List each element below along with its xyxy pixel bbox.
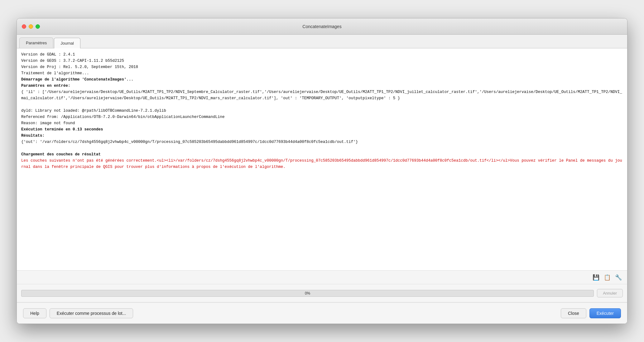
log-line: { 'il' : ['/Users/aureliejervaise/Deskto… xyxy=(21,89,623,101)
bottom-bar-right: Close Exécuter xyxy=(561,308,621,318)
tab-parametres[interactable]: Paramètres xyxy=(19,37,53,48)
log-line xyxy=(21,101,623,108)
log-line: Referenced from: /Applications/OTB-7.2.0… xyxy=(21,114,623,120)
copy-log-button[interactable]: 📋 xyxy=(603,273,612,282)
log-container[interactable]: Version de GDAL : 2.4.1Version de GEOS :… xyxy=(17,48,627,271)
log-line: Traitement de l'algorithme... xyxy=(21,70,623,76)
log-line: Les couches suivantes n'ont pas été géné… xyxy=(21,158,623,170)
run-button[interactable]: Exécuter xyxy=(589,308,621,318)
save-log-button[interactable]: 💾 xyxy=(592,273,600,282)
bottom-bar: Help Exécuter comme processus de lot... … xyxy=(17,302,627,324)
content-area: Version de GDAL : 2.4.1Version de GEOS :… xyxy=(17,48,627,324)
log-line: {'out': '/var/folders/cz/7dshg4556gq8j2v… xyxy=(21,139,623,145)
progress-bar: 0% xyxy=(21,290,594,297)
log-line: Reason: image not found xyxy=(21,120,623,126)
log-line: Démarrage de l'algorithme 'ConcatenateIm… xyxy=(21,76,623,83)
clear-log-button[interactable]: 🔧 xyxy=(614,273,623,282)
log-line: dyld: Library not loaded: @rpath/libOTBC… xyxy=(21,108,623,114)
log-line: Version de GEOS : 3.7.2-CAPI-1.11.2 b55d… xyxy=(21,58,623,64)
traffic-lights xyxy=(22,24,40,29)
maximize-traffic-light[interactable] xyxy=(36,24,40,29)
window-title: ConcatenateImages xyxy=(302,24,341,29)
progress-label: 0% xyxy=(305,291,310,296)
run-batch-button[interactable]: Exécuter comme processus de lot... xyxy=(50,308,133,318)
tab-journal[interactable]: Journal xyxy=(54,38,80,48)
tabs-bar: Paramètres Journal xyxy=(17,35,627,48)
minimize-traffic-light[interactable] xyxy=(29,24,33,29)
close-button[interactable]: Close xyxy=(561,308,586,318)
log-line: Résultats: xyxy=(21,133,623,139)
log-line: Version de Proj : Rel. 5.2.0, September … xyxy=(21,64,623,70)
log-line: Version de GDAL : 2.4.1 xyxy=(21,51,623,58)
bottom-bar-left: Help Exécuter comme processus de lot... xyxy=(23,308,133,318)
cancel-button[interactable]: Annuler xyxy=(597,289,623,297)
log-line: Paramètres en entrée: xyxy=(21,83,623,89)
main-window: ConcatenateImages Paramètres Journal Ver… xyxy=(17,18,627,324)
progress-area: 0% Annuler xyxy=(17,284,627,302)
log-line: Chargement des couches de résultat xyxy=(21,151,623,158)
log-line: Exécution terminée en 0.13 secondes xyxy=(21,126,623,133)
titlebar: ConcatenateImages xyxy=(17,18,627,35)
help-button[interactable]: Help xyxy=(23,308,46,318)
log-line xyxy=(21,145,623,151)
close-traffic-light[interactable] xyxy=(22,24,26,29)
log-toolbar: 💾 📋 🔧 xyxy=(17,271,627,284)
